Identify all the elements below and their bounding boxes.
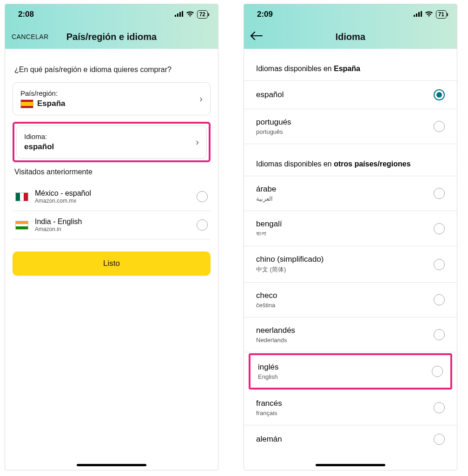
phone-left: 2:08 72 CANCELAR País/región e idioma ¿E…	[5, 4, 218, 470]
language-row-checo[interactable]: checo čeština	[244, 283, 457, 317]
cellular-icon	[414, 11, 422, 18]
language-row-ingles[interactable]: inglés English	[250, 355, 450, 388]
svg-rect-7	[421, 11, 422, 17]
language-row-portugues[interactable]: portugués português	[244, 109, 457, 144]
svg-rect-0	[175, 15, 176, 17]
home-indicator[interactable]	[77, 464, 146, 466]
language-row-espanol[interactable]: español	[244, 81, 457, 109]
svg-rect-5	[416, 13, 417, 17]
language-row-ingles-highlight: inglés English	[249, 353, 452, 390]
status-indicators: 72	[175, 10, 208, 19]
language-value: español	[24, 142, 54, 152]
battery-icon: 71	[436, 10, 447, 19]
app-header: Idioma	[244, 25, 457, 49]
svg-rect-6	[418, 12, 420, 17]
radio-unselected[interactable]	[197, 219, 208, 231]
home-indicator[interactable]	[316, 464, 385, 466]
section-header-other: Idiomas disponibles en otros países/regi…	[244, 144, 457, 176]
language-row-bengali[interactable]: bengalí বাংলা	[244, 211, 457, 246]
app-header: CANCELAR País/región e idioma	[5, 25, 218, 49]
visited-sub: Amazon.in	[35, 226, 82, 232]
cancel-button[interactable]: CANCELAR	[12, 33, 48, 40]
radio-unselected[interactable]	[434, 434, 445, 445]
chevron-right-icon: ›	[199, 93, 203, 104]
language-row-arabe[interactable]: árabe العربية	[244, 176, 457, 211]
svg-rect-1	[177, 13, 178, 17]
status-time: 2:09	[257, 10, 273, 19]
country-value: España	[37, 99, 65, 108]
radio-unselected[interactable]	[434, 259, 445, 270]
radio-selected[interactable]	[434, 89, 445, 100]
visited-name: India - English	[35, 218, 82, 226]
battery-icon: 72	[197, 10, 208, 19]
section-header-spain: Idiomas disponibles en España	[244, 49, 457, 81]
radio-unselected[interactable]	[434, 402, 445, 413]
svg-rect-2	[179, 12, 181, 17]
language-card-highlight: Idioma: español ›	[13, 122, 211, 162]
main-content: ¿En qué país/región e idioma quieres com…	[5, 66, 218, 276]
language-row-neerlandes[interactable]: neerlandés Nederlands	[244, 317, 457, 352]
wifi-icon	[425, 11, 433, 18]
visited-sub: Amazon.com.mx	[35, 198, 91, 204]
back-button[interactable]	[250, 31, 263, 43]
language-row-aleman[interactable]: alemán	[244, 425, 457, 448]
svg-rect-3	[182, 11, 183, 17]
page-title: Idioma	[244, 32, 457, 42]
header-gradient: 2:08 72 CANCELAR País/región e idioma	[5, 4, 218, 49]
status-bar: 2:09 71	[244, 4, 457, 25]
radio-unselected[interactable]	[434, 329, 445, 340]
flag-mexico-icon	[15, 192, 28, 201]
prompt-text: ¿En qué país/región e idioma quieres com…	[14, 66, 209, 74]
chevron-right-icon: ›	[196, 137, 199, 147]
radio-unselected[interactable]	[434, 223, 445, 234]
country-region-card[interactable]: País/región: España ›	[13, 82, 211, 115]
cellular-icon	[175, 11, 183, 18]
radio-unselected[interactable]	[197, 191, 208, 202]
status-bar: 2:08 72	[5, 4, 218, 25]
visited-name: México - español	[35, 189, 91, 198]
wifi-icon	[186, 11, 194, 18]
visited-item-india[interactable]: India - English Amazon.in	[13, 211, 211, 239]
radio-unselected[interactable]	[434, 294, 445, 305]
flag-india-icon	[15, 221, 28, 230]
language-card[interactable]: Idioma: español ›	[16, 126, 207, 159]
language-row-frances[interactable]: francés français	[244, 390, 457, 425]
visited-item-mexico[interactable]: México - español Amazon.com.mx	[13, 183, 211, 211]
status-time: 2:08	[18, 10, 34, 19]
done-button[interactable]: Listo	[13, 251, 211, 276]
main-content: Idiomas disponibles en España español po…	[244, 49, 457, 448]
flag-spain-icon	[20, 99, 33, 108]
language-row-chino[interactable]: chino (simplificado) 中文 (简体)	[244, 246, 457, 283]
phone-right: 2:09 71 Idioma Idiomas disponibles en Es…	[244, 4, 457, 470]
visited-header: Visitados anteriormente	[14, 168, 209, 176]
language-label: Idioma:	[24, 132, 54, 140]
svg-rect-4	[414, 15, 415, 17]
country-label: País/región:	[20, 89, 65, 97]
radio-unselected[interactable]	[434, 121, 445, 132]
header-gradient: 2:09 71 Idioma	[244, 4, 457, 49]
radio-unselected[interactable]	[432, 366, 443, 377]
status-indicators: 71	[414, 10, 447, 19]
radio-unselected[interactable]	[434, 188, 445, 199]
